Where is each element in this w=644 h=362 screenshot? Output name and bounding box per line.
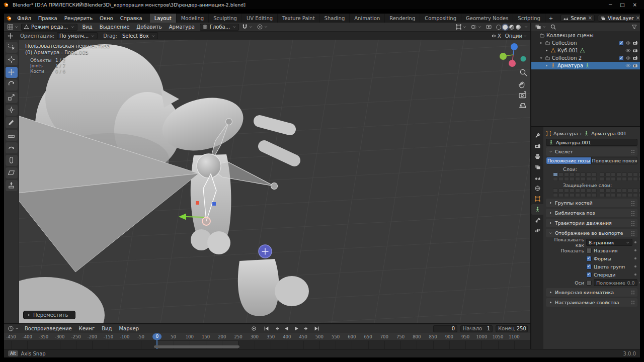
layer-toggle[interactable] <box>616 177 621 181</box>
drag-handle-icon[interactable] <box>631 231 635 236</box>
outliner-row-armature[interactable]: Арматура <box>531 62 640 69</box>
layer-toggle[interactable] <box>592 193 597 197</box>
tool-cursor3d[interactable] <box>6 54 18 65</box>
add-workspace-button[interactable]: + <box>545 14 556 23</box>
layer-toggle[interactable] <box>616 189 621 193</box>
timeline-editor-type-button[interactable] <box>7 325 20 332</box>
tool-select-box[interactable] <box>6 42 18 53</box>
layer-toggle[interactable] <box>638 189 640 193</box>
layer-toggle[interactable] <box>638 177 640 181</box>
timeline-scrollbar[interactable] <box>154 345 239 348</box>
layer-toggle[interactable] <box>558 193 564 197</box>
eye-icon[interactable] <box>625 55 631 61</box>
tool-extrude[interactable] <box>6 180 18 191</box>
layer-toggle[interactable] <box>553 193 558 197</box>
gizmo-x-handle[interactable] <box>196 201 199 205</box>
orientation-dropdown[interactable]: По умолч... <box>57 32 98 39</box>
tab-scripting[interactable]: Scripting <box>513 14 545 23</box>
layer-toggle[interactable] <box>558 177 564 181</box>
viewport-menu-add[interactable]: Добавить <box>133 24 165 30</box>
layer-toggle[interactable] <box>581 177 586 181</box>
layer-toggle[interactable] <box>600 172 605 176</box>
drag-handle-icon[interactable] <box>631 211 635 216</box>
outliner-row-scene-collection[interactable]: Коллекция сцены <box>531 32 640 39</box>
layer-toggle[interactable] <box>564 193 569 197</box>
properties-tab-data[interactable] <box>531 204 543 215</box>
skip-end-button[interactable] <box>312 325 321 332</box>
tri-d-icon[interactable] <box>539 56 543 60</box>
properties-tab-physics[interactable] <box>531 225 543 236</box>
animate-dot-icon[interactable] <box>634 257 636 259</box>
layer-toggle[interactable] <box>564 172 569 176</box>
xray-toggle[interactable] <box>485 24 493 31</box>
snap-toggle[interactable] <box>240 24 254 31</box>
eye-icon[interactable] <box>625 48 631 53</box>
layer-toggle[interactable] <box>570 172 575 176</box>
drag-dropdown[interactable]: Select Box <box>120 32 158 39</box>
tab-texture-paint[interactable]: Texture Paint <box>278 14 320 23</box>
unlink-view-layer-icon[interactable]: × <box>636 16 640 21</box>
tab-layout[interactable]: Layout <box>150 14 177 23</box>
viewport-menu-select[interactable]: Выделение <box>96 24 133 30</box>
tab-geometry-nodes[interactable]: Geometry Nodes <box>461 14 513 23</box>
timeline-menu-playback[interactable]: Воспроизведение <box>21 325 75 332</box>
layer-toggle[interactable] <box>553 172 558 176</box>
layer-toggle[interactable] <box>633 177 638 181</box>
properties-tab-view-layer[interactable] <box>531 162 543 172</box>
proportional-editing-toggle[interactable] <box>256 24 269 31</box>
display-as-dropdown[interactable]: 8-гранник <box>586 239 632 246</box>
shading-rendered-icon[interactable] <box>516 25 521 30</box>
layer-toggle[interactable] <box>627 189 632 193</box>
shading-dropdown-icon[interactable] <box>524 25 528 29</box>
minimize-button[interactable]: ─ <box>609 2 612 8</box>
play-button[interactable] <box>292 325 301 332</box>
view-layer-selector[interactable]: ViewLayer × <box>598 15 640 22</box>
layer-toggle[interactable] <box>586 193 591 197</box>
axis-y-ball[interactable] <box>500 53 507 60</box>
tool-transform[interactable] <box>6 105 18 116</box>
axis-negative-ball[interactable] <box>521 56 526 62</box>
layer-toggle[interactable] <box>558 172 564 176</box>
layer-toggle[interactable] <box>570 189 575 193</box>
drag-handle-icon[interactable] <box>631 149 635 154</box>
layer-toggle[interactable] <box>616 172 621 176</box>
camera-icon[interactable] <box>632 55 638 61</box>
next-key-button[interactable] <box>302 325 311 332</box>
armature-layers[interactable] <box>553 172 637 181</box>
animate-dot-icon[interactable] <box>634 274 636 276</box>
layer-toggle[interactable] <box>586 189 591 193</box>
outliner-editor-type-button[interactable] <box>534 24 547 31</box>
layer-toggle[interactable] <box>627 172 632 176</box>
camera-icon[interactable] <box>632 40 638 46</box>
layer-toggle[interactable] <box>575 193 580 197</box>
tool-roll[interactable] <box>6 142 18 153</box>
current-frame-indicator[interactable]: 0 <box>152 333 162 340</box>
scene-selector[interactable]: Scene × <box>560 15 595 22</box>
shading-material-icon[interactable] <box>509 25 514 30</box>
outliner-row-collection[interactable]: Collection <box>531 39 640 47</box>
animate-dot-icon[interactable] <box>639 282 640 284</box>
overlays-dropdown[interactable] <box>469 24 483 31</box>
collection-checkbox[interactable] <box>619 41 624 46</box>
layer-toggle[interactable] <box>600 177 605 181</box>
layer-toggle[interactable] <box>622 193 627 197</box>
shading-wireframe-icon[interactable] <box>496 25 501 30</box>
shading-solid-icon[interactable] <box>503 25 508 30</box>
outliner-row-cube-001[interactable]: Куб.001 <box>531 47 640 54</box>
layer-toggle[interactable] <box>570 177 575 181</box>
editor-type-button[interactable] <box>6 24 20 31</box>
layer-toggle[interactable] <box>605 172 610 176</box>
panel-pose-library[interactable]: Библиотека поз <box>546 209 637 217</box>
layer-toggle[interactable] <box>622 189 627 193</box>
layer-toggle[interactable] <box>633 189 638 193</box>
frame-end-field[interactable]: Конец 250 <box>496 325 528 332</box>
layer-toggle[interactable] <box>605 177 610 181</box>
data-name-field[interactable]: Арматура.001 <box>546 139 637 146</box>
drag-handle-icon[interactable] <box>631 201 635 206</box>
object-visibility-dropdown[interactable] <box>454 24 468 31</box>
current-frame-field[interactable]: 0 <box>433 325 457 332</box>
tool-move[interactable] <box>6 67 18 78</box>
selected-bone-root[interactable] <box>202 217 210 225</box>
tab-rendering[interactable]: Rendering <box>385 14 420 23</box>
tab-shading[interactable]: Shading <box>320 14 350 23</box>
